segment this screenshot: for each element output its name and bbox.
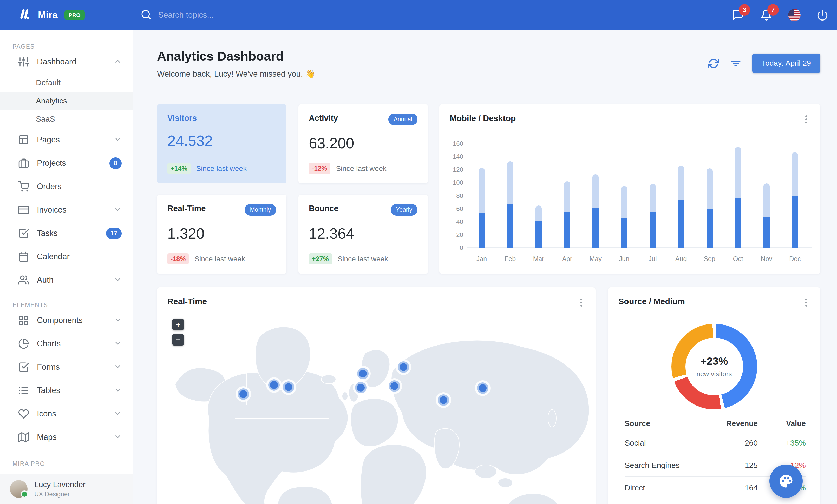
- map-marker[interactable]: [479, 384, 486, 392]
- stat-card-real-time: Real-TimeMonthly1.320-18%Since last week: [157, 194, 286, 274]
- date-picker-button[interactable]: Today: April 29: [752, 54, 820, 73]
- map-zoom-in-button[interactable]: +: [172, 318, 184, 331]
- stat-delta-chip: -12%: [309, 163, 330, 174]
- map-menu-button[interactable]: [577, 297, 585, 308]
- map-zoom-out-button[interactable]: −: [172, 334, 184, 346]
- sidebar-user-card[interactable]: Lucy Lavender UX Designer: [0, 473, 132, 504]
- pro-badge: PRO: [65, 10, 85, 20]
- calendar-icon: [18, 251, 29, 262]
- avatar: [10, 480, 28, 498]
- stat-delta-chip: -18%: [167, 253, 189, 264]
- power-icon: [817, 9, 829, 21]
- filter-button[interactable]: [730, 57, 742, 69]
- bar-mar[interactable]: Mar: [524, 144, 553, 248]
- messages-button[interactable]: 3: [731, 8, 745, 22]
- sidebar-item-orders[interactable]: Orders: [0, 175, 132, 198]
- sidebar-badge: 8: [109, 157, 122, 169]
- sidebar-item-pages[interactable]: Pages: [0, 128, 132, 151]
- bar-feb[interactable]: Feb: [496, 144, 524, 248]
- main-content: Analytics Dashboard Welcome back, Lucy! …: [133, 30, 837, 504]
- chevron-down-icon: [114, 316, 122, 325]
- brand-name: Mira: [38, 10, 58, 20]
- sign-out-button[interactable]: [816, 8, 829, 22]
- map-marker[interactable]: [270, 381, 278, 389]
- chevron-down-icon: [114, 386, 122, 395]
- stat-period-badge[interactable]: Yearly: [391, 204, 417, 216]
- sidebar-item-maps[interactable]: Maps: [0, 426, 132, 449]
- sidebar-subitem-analytics[interactable]: Analytics: [0, 92, 132, 110]
- map-marker[interactable]: [357, 384, 365, 392]
- x-axis-label: Nov: [752, 255, 781, 263]
- palette-icon: [778, 473, 794, 489]
- bar-oct[interactable]: Oct: [724, 144, 752, 248]
- sidebar-item-dashboard[interactable]: Dashboard: [0, 50, 132, 74]
- sidebar-item-charts[interactable]: Charts: [0, 332, 132, 355]
- source-table-row-social[interactable]: Social260+35%: [625, 432, 806, 454]
- bar-apr[interactable]: Apr: [553, 144, 582, 248]
- map-marker[interactable]: [285, 383, 292, 391]
- stat-value: 24.532: [167, 132, 276, 149]
- map-marker[interactable]: [359, 370, 367, 377]
- chevron-down-icon: [114, 205, 122, 214]
- sidebar-item-tasks[interactable]: Tasks17: [0, 222, 132, 245]
- search-icon: [141, 9, 152, 21]
- x-axis-label: Dec: [781, 255, 809, 263]
- mira-logo-icon: [19, 8, 31, 22]
- sidebar-item-components[interactable]: Components: [0, 309, 132, 332]
- map-marker[interactable]: [399, 363, 407, 371]
- bar-jul[interactable]: Jul: [638, 144, 667, 248]
- sidebar-item-auth[interactable]: Auth: [0, 268, 132, 292]
- sidebar-section-elements: ELEMENTS: [0, 292, 132, 309]
- sidebar-item-projects[interactable]: Projects8: [0, 151, 132, 175]
- y-axis-tick: 160: [453, 140, 463, 147]
- sidebar-item-icons[interactable]: Icons: [0, 402, 132, 426]
- chevron-down-icon: [114, 433, 122, 442]
- map-marker[interactable]: [239, 390, 247, 398]
- source-medium-menu-button[interactable]: [802, 297, 810, 308]
- sidebar-item-invoices[interactable]: Invoices: [0, 198, 132, 222]
- stat-value: 1.320: [167, 225, 276, 242]
- heart-icon: [18, 408, 29, 419]
- donut-chart: +23% new visitors: [672, 324, 757, 409]
- sidebar-item-calendar[interactable]: Calendar: [0, 245, 132, 268]
- bar-aug[interactable]: Aug: [667, 144, 695, 248]
- mobile-desktop-chart-card: Mobile / Desktop 020406080100120140160Ja…: [439, 104, 820, 274]
- y-axis-tick: 60: [456, 205, 463, 212]
- stat-card-bounce: BounceYearly12.364+27%Since last week: [298, 194, 428, 274]
- bar-may[interactable]: May: [581, 144, 610, 248]
- world-map[interactable]: [157, 309, 595, 504]
- bar-nov[interactable]: Nov: [752, 144, 781, 248]
- map-marker[interactable]: [390, 382, 398, 390]
- sidebar-item-tables[interactable]: Tables: [0, 379, 132, 402]
- bar-sep[interactable]: Sep: [695, 144, 724, 248]
- sidebar-section-pages: PAGES: [0, 30, 132, 50]
- sidebar-subitem-saas[interactable]: SaaS: [0, 110, 132, 128]
- brand[interactable]: Mira PRO: [19, 8, 85, 22]
- stat-delta-chip: +27%: [309, 253, 332, 264]
- sidebar-section-mira-pro: MIRA PRO: [0, 449, 132, 467]
- map-marker[interactable]: [440, 396, 447, 404]
- language-flag-us[interactable]: [788, 9, 801, 21]
- bar-jan[interactable]: Jan: [467, 144, 496, 248]
- bar-dec[interactable]: Dec: [781, 144, 809, 248]
- refresh-icon: [708, 58, 719, 69]
- chevron-up-icon: [114, 57, 122, 66]
- sidebar-item-forms[interactable]: Forms: [0, 355, 132, 379]
- x-axis-label: May: [581, 255, 610, 263]
- bar-chart: 020406080100120140160JanFebMarAprMayJunJ…: [467, 144, 809, 248]
- stat-delta-chip: +14%: [167, 163, 191, 174]
- notifications-button[interactable]: 7: [760, 8, 773, 22]
- stat-period-badge[interactable]: Monthly: [245, 204, 276, 216]
- donut-center-label: new visitors: [697, 370, 732, 378]
- search-input[interactable]: [158, 11, 270, 20]
- chevron-down-icon: [114, 363, 122, 372]
- chart-menu-button[interactable]: [802, 114, 810, 125]
- sidebar-subitem-default[interactable]: Default: [0, 74, 132, 92]
- donut-center-value: +23%: [700, 355, 728, 367]
- refresh-button[interactable]: [708, 57, 719, 69]
- cart-icon: [18, 181, 29, 192]
- stat-period-badge[interactable]: Annual: [388, 114, 417, 125]
- theme-settings-fab[interactable]: [769, 465, 803, 498]
- x-axis-label: Sep: [695, 255, 724, 263]
- bar-jun[interactable]: Jun: [610, 144, 638, 248]
